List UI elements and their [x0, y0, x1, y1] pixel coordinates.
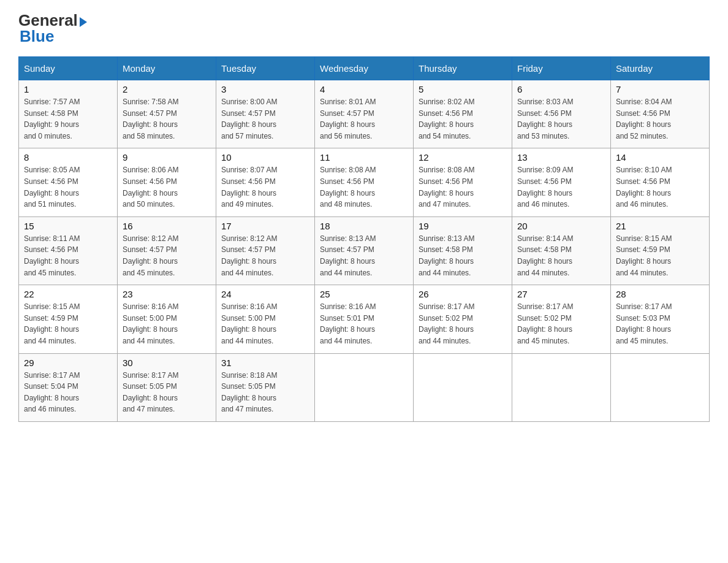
day-number: 14 [616, 152, 704, 163]
day-info: Sunrise: 8:17 AMSunset: 5:02 PMDaylight:… [419, 301, 507, 347]
day-info: Sunrise: 8:18 AMSunset: 5:05 PMDaylight:… [221, 370, 309, 415]
week-row-3: 15Sunrise: 8:11 AMSunset: 4:56 PMDayligh… [19, 216, 710, 285]
calendar-cell: 25Sunrise: 8:16 AMSunset: 5:01 PMDayligh… [315, 285, 414, 353]
page-header: General Blue [18, 12, 710, 44]
week-row-1: 1Sunrise: 7:57 AMSunset: 4:58 PMDaylight… [19, 80, 710, 148]
day-info: Sunrise: 8:04 AMSunset: 4:56 PMDaylight:… [616, 96, 704, 142]
calendar-cell: 19Sunrise: 8:13 AMSunset: 4:58 PMDayligh… [414, 216, 512, 285]
day-info: Sunrise: 8:08 AMSunset: 4:56 PMDaylight:… [320, 164, 408, 210]
day-number: 30 [123, 358, 211, 368]
calendar-cell: 20Sunrise: 8:14 AMSunset: 4:58 PMDayligh… [512, 216, 611, 285]
day-info: Sunrise: 8:17 AMSunset: 5:04 PMDaylight:… [24, 370, 112, 415]
calendar-cell: 18Sunrise: 8:13 AMSunset: 4:57 PMDayligh… [315, 216, 414, 285]
week-row-2: 8Sunrise: 8:05 AMSunset: 4:56 PMDaylight… [19, 148, 710, 216]
day-info: Sunrise: 8:06 AMSunset: 4:56 PMDaylight:… [123, 164, 211, 210]
calendar-cell: 1Sunrise: 7:57 AMSunset: 4:58 PMDaylight… [19, 80, 118, 148]
logo: General Blue [18, 12, 87, 44]
day-info: Sunrise: 8:13 AMSunset: 4:57 PMDaylight:… [320, 233, 408, 278]
day-number: 2 [123, 84, 211, 94]
day-info: Sunrise: 8:12 AMSunset: 4:57 PMDaylight:… [123, 233, 211, 278]
day-number: 28 [616, 289, 704, 299]
header-row: SundayMondayTuesdayWednesdayThursdayFrid… [19, 57, 710, 80]
day-info: Sunrise: 8:02 AMSunset: 4:56 PMDaylight:… [419, 96, 507, 142]
logo-general-text: General [18, 12, 78, 28]
day-info: Sunrise: 8:15 AMSunset: 4:59 PMDaylight:… [24, 301, 112, 347]
day-number: 23 [123, 289, 211, 299]
calendar-cell: 28Sunrise: 8:17 AMSunset: 5:03 PMDayligh… [611, 285, 710, 353]
calendar-header: SundayMondayTuesdayWednesdayThursdayFrid… [19, 57, 710, 80]
header-thursday: Thursday [414, 57, 512, 80]
day-number: 27 [517, 289, 605, 299]
day-info: Sunrise: 8:14 AMSunset: 4:58 PMDaylight:… [517, 233, 605, 278]
day-number: 26 [419, 289, 507, 299]
calendar-cell: 26Sunrise: 8:17 AMSunset: 5:02 PMDayligh… [414, 285, 512, 353]
day-info: Sunrise: 8:17 AMSunset: 5:02 PMDaylight:… [517, 301, 605, 347]
calendar-cell: 29Sunrise: 8:17 AMSunset: 5:04 PMDayligh… [19, 353, 118, 421]
week-row-4: 22Sunrise: 8:15 AMSunset: 4:59 PMDayligh… [19, 285, 710, 353]
day-number: 1 [24, 84, 112, 94]
day-info: Sunrise: 7:57 AMSunset: 4:58 PMDaylight:… [24, 96, 112, 142]
calendar-cell [315, 353, 414, 421]
day-number: 13 [517, 152, 605, 163]
calendar-cell: 27Sunrise: 8:17 AMSunset: 5:02 PMDayligh… [512, 285, 611, 353]
day-number: 12 [419, 152, 507, 163]
day-number: 6 [517, 84, 605, 94]
day-number: 9 [123, 152, 211, 163]
day-info: Sunrise: 8:17 AMSunset: 5:05 PMDaylight:… [123, 370, 211, 415]
day-info: Sunrise: 8:05 AMSunset: 4:56 PMDaylight:… [24, 164, 112, 210]
calendar-cell: 16Sunrise: 8:12 AMSunset: 4:57 PMDayligh… [118, 216, 216, 285]
day-info: Sunrise: 8:00 AMSunset: 4:57 PMDaylight:… [221, 96, 309, 142]
day-info: Sunrise: 8:11 AMSunset: 4:56 PMDaylight:… [24, 233, 112, 278]
header-saturday: Saturday [611, 57, 710, 80]
calendar-cell: 30Sunrise: 8:17 AMSunset: 5:05 PMDayligh… [118, 353, 216, 421]
day-info: Sunrise: 8:12 AMSunset: 4:57 PMDaylight:… [221, 233, 309, 278]
calendar-cell: 8Sunrise: 8:05 AMSunset: 4:56 PMDaylight… [19, 148, 118, 216]
day-number: 7 [616, 84, 704, 94]
day-number: 11 [320, 152, 408, 163]
calendar-cell: 21Sunrise: 8:15 AMSunset: 4:59 PMDayligh… [611, 216, 710, 285]
calendar-body: 1Sunrise: 7:57 AMSunset: 4:58 PMDaylight… [19, 80, 710, 422]
day-number: 22 [24, 289, 112, 299]
day-info: Sunrise: 8:16 AMSunset: 5:00 PMDaylight:… [123, 301, 211, 347]
week-row-5: 29Sunrise: 8:17 AMSunset: 5:04 PMDayligh… [19, 353, 710, 421]
day-number: 31 [221, 358, 309, 368]
calendar-cell [414, 353, 512, 421]
calendar-cell: 6Sunrise: 8:03 AMSunset: 4:56 PMDaylight… [512, 80, 611, 148]
day-number: 18 [320, 221, 408, 231]
calendar-cell: 4Sunrise: 8:01 AMSunset: 4:57 PMDaylight… [315, 80, 414, 148]
calendar-cell: 7Sunrise: 8:04 AMSunset: 4:56 PMDaylight… [611, 80, 710, 148]
day-info: Sunrise: 8:15 AMSunset: 4:59 PMDaylight:… [616, 233, 704, 278]
day-info: Sunrise: 8:16 AMSunset: 5:00 PMDaylight:… [221, 301, 309, 347]
calendar-cell: 9Sunrise: 8:06 AMSunset: 4:56 PMDaylight… [118, 148, 216, 216]
logo-blue-text: Blue [20, 28, 54, 44]
day-info: Sunrise: 8:09 AMSunset: 4:56 PMDaylight:… [517, 164, 605, 210]
calendar-cell: 15Sunrise: 8:11 AMSunset: 4:56 PMDayligh… [19, 216, 118, 285]
day-info: Sunrise: 8:16 AMSunset: 5:01 PMDaylight:… [320, 301, 408, 347]
day-info: Sunrise: 8:10 AMSunset: 4:56 PMDaylight:… [616, 164, 704, 210]
calendar-cell [512, 353, 611, 421]
calendar-cell: 14Sunrise: 8:10 AMSunset: 4:56 PMDayligh… [611, 148, 710, 216]
day-info: Sunrise: 8:17 AMSunset: 5:03 PMDaylight:… [616, 301, 704, 347]
day-number: 4 [320, 84, 408, 94]
day-number: 8 [24, 152, 112, 163]
logo-triangle-icon [80, 17, 87, 27]
calendar-cell [611, 353, 710, 421]
day-number: 17 [221, 221, 309, 231]
day-info: Sunrise: 8:01 AMSunset: 4:57 PMDaylight:… [320, 96, 408, 142]
day-info: Sunrise: 7:58 AMSunset: 4:57 PMDaylight:… [123, 96, 211, 142]
day-info: Sunrise: 8:07 AMSunset: 4:56 PMDaylight:… [221, 164, 309, 210]
calendar-cell: 12Sunrise: 8:08 AMSunset: 4:56 PMDayligh… [414, 148, 512, 216]
day-info: Sunrise: 8:13 AMSunset: 4:58 PMDaylight:… [419, 233, 507, 278]
calendar-table: SundayMondayTuesdayWednesdayThursdayFrid… [18, 56, 710, 422]
calendar-cell: 22Sunrise: 8:15 AMSunset: 4:59 PMDayligh… [19, 285, 118, 353]
calendar-cell: 23Sunrise: 8:16 AMSunset: 5:00 PMDayligh… [118, 285, 216, 353]
day-number: 25 [320, 289, 408, 299]
calendar-cell: 3Sunrise: 8:00 AMSunset: 4:57 PMDaylight… [216, 80, 315, 148]
header-monday: Monday [118, 57, 216, 80]
day-number: 15 [24, 221, 112, 231]
day-number: 5 [419, 84, 507, 94]
day-number: 20 [517, 221, 605, 231]
calendar-cell: 11Sunrise: 8:08 AMSunset: 4:56 PMDayligh… [315, 148, 414, 216]
day-info: Sunrise: 8:08 AMSunset: 4:56 PMDaylight:… [419, 164, 507, 210]
day-number: 24 [221, 289, 309, 299]
